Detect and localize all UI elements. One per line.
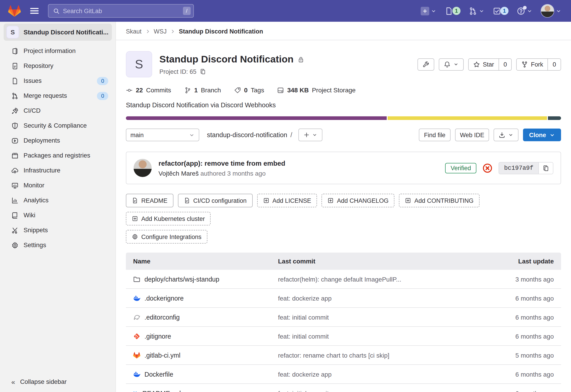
admin-wrench-button[interactable] bbox=[417, 58, 434, 70]
commit-message-link[interactable]: feat: initial commit bbox=[278, 313, 463, 321]
commit-message-link[interactable]: feat: initial commit bbox=[278, 390, 463, 392]
breadcrumb-group[interactable]: Skaut bbox=[126, 28, 142, 35]
commit-message-link[interactable]: feat: dockerize app bbox=[278, 294, 463, 302]
sidebar-context-header[interactable]: S Standup Discord Notificati... bbox=[4, 24, 112, 41]
search-bar[interactable]: / bbox=[48, 4, 194, 18]
main-content: Skaut WSJ Standup Discord Notification S… bbox=[116, 22, 571, 392]
download-source-button[interactable] bbox=[494, 128, 519, 141]
last-update: 6 months ago bbox=[463, 370, 554, 378]
branches-stat[interactable]: 1Branch bbox=[184, 86, 221, 94]
sidebar-item-wiki[interactable]: Wiki bbox=[0, 208, 115, 223]
project-header: S Standup Discord Notification Project I… bbox=[126, 51, 561, 77]
sidebar-item-deployments[interactable]: Deployments bbox=[0, 133, 115, 148]
commit-author-avatar[interactable] bbox=[134, 159, 152, 177]
breadcrumb-subgroup[interactable]: WSJ bbox=[154, 28, 167, 35]
commit-sha-group: bc197a9f bbox=[499, 162, 553, 174]
commit-message-link[interactable]: refactor(helm): change default ImagePull… bbox=[278, 275, 463, 283]
sidebar-item-analytics[interactable]: Analytics bbox=[0, 193, 115, 208]
cloud-gear-icon bbox=[11, 167, 19, 174]
star-count[interactable]: 0 bbox=[499, 59, 512, 70]
sidebar-item-issues[interactable]: Issues 0 bbox=[0, 73, 115, 88]
sidebar-item-repository[interactable]: Repository bbox=[0, 58, 115, 73]
sidebar-item-infrastructure[interactable]: Infrastructure bbox=[0, 163, 115, 178]
search-shortcut-key: / bbox=[183, 7, 191, 15]
verified-badge[interactable]: Verified bbox=[445, 163, 476, 173]
star-button[interactable]: Star bbox=[469, 59, 499, 70]
copy-sha-button[interactable] bbox=[538, 162, 553, 174]
user-avatar bbox=[541, 4, 554, 18]
sidebar-item-settings[interactable]: Settings bbox=[0, 238, 115, 252]
branch-selector[interactable]: main bbox=[126, 128, 199, 141]
commit-message-link[interactable]: feat: dockerize app bbox=[278, 370, 463, 378]
add-changelog-button[interactable]: Add CHANGELOG bbox=[322, 194, 394, 207]
breadcrumb-project[interactable]: Standup Discord Notification bbox=[179, 28, 263, 35]
file-link[interactable]: .dockerignore bbox=[133, 294, 278, 302]
file-link[interactable]: deploy/charts/wsj-standup bbox=[133, 275, 278, 283]
commit-title[interactable]: refactor(app): remove time from embed bbox=[158, 159, 285, 167]
commits-stat[interactable]: 22Commits bbox=[126, 86, 171, 94]
chevron-down-icon bbox=[479, 8, 485, 14]
web-ide-button[interactable]: Web IDE bbox=[455, 128, 489, 141]
file-link[interactable]: M↓ README.md bbox=[133, 390, 278, 392]
clone-button[interactable]: Clone bbox=[523, 128, 561, 141]
help-menu-button[interactable] bbox=[514, 5, 535, 17]
repo-path-root[interactable]: standup-discord-notification bbox=[207, 131, 287, 139]
commit-message-link[interactable]: refactor: rename chart to charts [ci ski… bbox=[278, 351, 463, 359]
notification-dot bbox=[523, 6, 527, 9]
fork-button[interactable]: Fork bbox=[517, 59, 548, 70]
copy-icon[interactable] bbox=[200, 68, 206, 75]
sidebar-item-security-compliance[interactable]: Security & Compliance bbox=[0, 118, 115, 133]
commit-author-name[interactable]: Vojtěch Mareš bbox=[158, 169, 199, 177]
monitor-icon bbox=[11, 182, 19, 189]
commit-message-link[interactable]: feat: initial commit bbox=[278, 333, 463, 340]
wrench-icon bbox=[423, 61, 429, 68]
sidebar-item-merge-requests[interactable]: Merge requests 0 bbox=[0, 88, 115, 103]
storage-stat[interactable]: 348 KBProject Storage bbox=[277, 86, 356, 94]
cicd-configuration-button[interactable]: CI/CD configuration bbox=[178, 194, 253, 207]
rocket-icon bbox=[11, 107, 19, 114]
fork-icon bbox=[521, 61, 528, 68]
pipeline-failed-icon[interactable] bbox=[482, 163, 493, 173]
readme-button[interactable]: README bbox=[126, 194, 173, 207]
fork-button-group: Fork 0 bbox=[516, 58, 561, 70]
file-link[interactable]: .gitignore bbox=[133, 333, 278, 340]
sidebar-item-packages-registries[interactable]: Packages and registries bbox=[0, 148, 115, 163]
add-file-dropdown[interactable] bbox=[299, 128, 323, 141]
add-license-button[interactable]: Add LICENSE bbox=[257, 194, 317, 207]
new-menu-button[interactable] bbox=[418, 5, 439, 17]
last-update: 6 months ago bbox=[463, 313, 554, 321]
issues-dashboard-button[interactable]: 1 bbox=[443, 5, 463, 17]
sidebar-project-title: Standup Discord Notificati... bbox=[24, 28, 108, 36]
table-row: Dockerfile feat: dockerize app 6 months … bbox=[126, 365, 561, 384]
file-link[interactable]: .editorconfig bbox=[133, 313, 278, 321]
add-contributing-button[interactable]: Add CONTRIBUTING bbox=[399, 194, 479, 207]
collapse-sidebar-button[interactable]: « Collapse sidebar bbox=[11, 378, 67, 386]
sidebar-item-snippets[interactable]: Snippets bbox=[0, 223, 115, 238]
project-stats: 22Commits 1Branch 0Tags 348 KBProject St… bbox=[126, 86, 561, 94]
project-id-label: Project ID: 65 bbox=[159, 68, 197, 75]
sidebar-item-monitor[interactable]: Monitor bbox=[0, 178, 115, 193]
tags-stat[interactable]: 0Tags bbox=[234, 86, 264, 94]
docker-icon bbox=[133, 370, 140, 378]
merge-requests-menu-button[interactable] bbox=[466, 5, 487, 17]
find-file-button[interactable]: Find file bbox=[419, 128, 451, 141]
add-kubernetes-cluster-button[interactable]: Add Kubernetes cluster bbox=[126, 212, 211, 225]
todos-button[interactable]: 1 bbox=[490, 5, 511, 17]
folder-icon bbox=[133, 275, 140, 283]
menu-icon[interactable] bbox=[29, 6, 39, 16]
quick-actions-row-2: Configure Integrations bbox=[126, 230, 561, 244]
fork-count[interactable]: 0 bbox=[548, 59, 561, 70]
configure-integrations-button[interactable]: Configure Integrations bbox=[126, 230, 207, 244]
language-segment bbox=[388, 116, 547, 120]
user-menu-button[interactable] bbox=[538, 2, 564, 19]
tag-icon bbox=[234, 87, 241, 94]
deployments-icon bbox=[11, 137, 19, 144]
gitlab-logo-icon[interactable] bbox=[8, 5, 21, 17]
sidebar-item-cicd[interactable]: CI/CD bbox=[0, 103, 115, 118]
file-link[interactable]: Dockerfile bbox=[133, 370, 278, 378]
file-link[interactable]: .gitlab-ci.yml bbox=[133, 351, 278, 359]
sidebar-item-project-information[interactable]: Project information bbox=[0, 43, 115, 58]
language-bar[interactable] bbox=[126, 116, 561, 120]
notifications-button[interactable] bbox=[439, 58, 464, 70]
search-input[interactable] bbox=[63, 7, 180, 14]
